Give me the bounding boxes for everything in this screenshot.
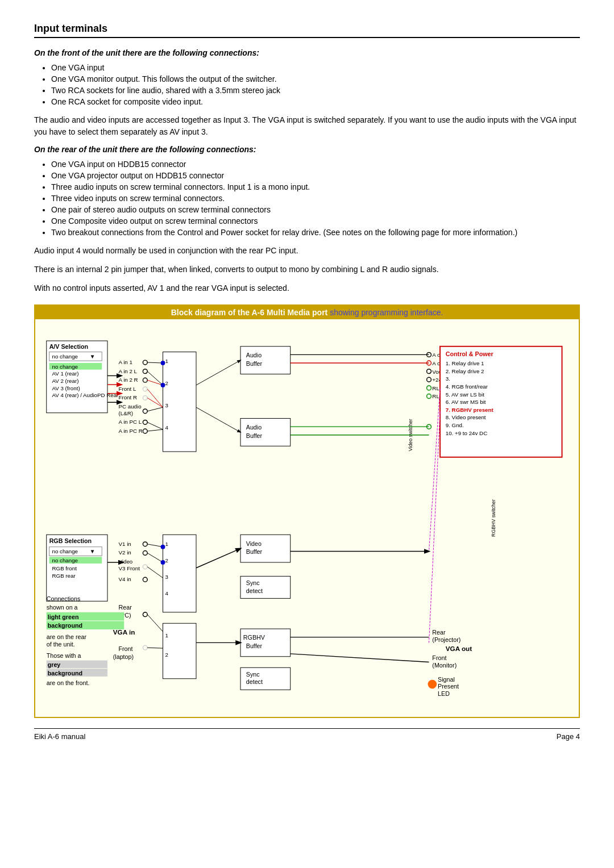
- svg-text:no change: no change: [52, 548, 78, 554]
- svg-text:8. Video present: 8. Video present: [446, 414, 486, 420]
- svg-text:5. AV swr LS bit: 5. AV swr LS bit: [446, 391, 484, 398]
- svg-line-43: [147, 372, 163, 385]
- list-item: One VGA projector output on HDDB15 conne…: [51, 171, 580, 180]
- svg-text:4. RGB front/rear: 4. RGB front/rear: [446, 383, 488, 390]
- svg-text:1: 1: [165, 541, 168, 547]
- svg-point-103: [143, 565, 147, 569]
- svg-point-70: [427, 386, 432, 390]
- svg-text:V1 in: V1 in: [118, 541, 131, 547]
- block-diagram: Block diagram of the A-6 Multi Media por…: [34, 304, 580, 718]
- svg-text:V4 in: V4 in: [118, 576, 131, 582]
- front-paragraph: The audio and video inputs are accessed …: [34, 114, 580, 138]
- svg-text:1: 1: [165, 358, 168, 364]
- svg-text:RGB front: RGB front: [52, 565, 77, 571]
- svg-text:2. Relay drive 2: 2. Relay drive 2: [446, 368, 484, 374]
- svg-line-114: [147, 553, 163, 562]
- svg-point-153: [428, 680, 437, 689]
- footer-right: Page 4: [557, 732, 580, 741]
- svg-text:A/V Selection: A/V Selection: [49, 343, 89, 350]
- svg-text:AV 2 (rear): AV 2 (rear): [52, 378, 79, 384]
- svg-text:shown on a: shown on a: [47, 604, 78, 611]
- svg-line-46: [147, 398, 163, 407]
- svg-line-48: [147, 422, 163, 429]
- svg-text:grey: grey: [48, 661, 61, 668]
- rear-para-2: There is an internal 2 pin jumper that, …: [34, 264, 580, 276]
- svg-point-29: [143, 420, 147, 424]
- svg-text:Audio: Audio: [246, 424, 262, 431]
- svg-line-113: [147, 544, 163, 547]
- svg-line-143: [147, 615, 163, 632]
- svg-text:▼: ▼: [90, 548, 96, 554]
- svg-text:4: 4: [165, 424, 168, 431]
- svg-point-68: [427, 377, 432, 382]
- svg-text:V2 in: V2 in: [118, 549, 131, 556]
- svg-text:Connections: Connections: [47, 595, 81, 602]
- page-footer: Eiki A-6 manual Page 4: [34, 728, 580, 741]
- svg-text:detect: detect: [246, 679, 263, 686]
- svg-text:Audio: Audio: [246, 352, 262, 358]
- svg-line-174: [429, 389, 441, 552]
- svg-text:Front: Front: [118, 645, 132, 652]
- svg-text:Buffer: Buffer: [246, 360, 263, 367]
- front-subtitle: On the front of the unit there are the f…: [34, 48, 580, 57]
- svg-text:light green: light green: [48, 614, 79, 620]
- svg-text:3: 3: [165, 574, 168, 580]
- svg-text:no change: no change: [52, 353, 78, 360]
- svg-line-49: [147, 429, 163, 431]
- svg-text:background: background: [48, 670, 82, 677]
- list-item: One VGA monitor output. This follows the…: [51, 74, 580, 84]
- svg-point-27: [143, 409, 147, 414]
- svg-text:10. +9 to 24v DC: 10. +9 to 24v DC: [446, 430, 487, 436]
- svg-text:(Projector): (Projector): [432, 636, 460, 643]
- svg-line-175: [429, 412, 441, 643]
- diagram-area: A/V Selection no change ▼ no change AV 1…: [41, 325, 573, 711]
- svg-text:are on the front.: are on the front.: [47, 679, 90, 686]
- svg-text:▼: ▼: [90, 353, 96, 360]
- rear-para-3: With no control inputs asserted, AV 1 an…: [34, 282, 580, 294]
- svg-text:Video: Video: [118, 558, 132, 565]
- svg-text:4: 4: [165, 591, 168, 597]
- svg-text:RGBHV switcher: RGBHV switcher: [491, 499, 497, 537]
- svg-point-98: [143, 542, 147, 546]
- svg-line-47: [147, 407, 163, 411]
- svg-point-31: [143, 429, 147, 433]
- svg-text:RGB Selection: RGB Selection: [49, 537, 92, 544]
- diagram-title: Block diagram of the A-6 Multi Media por…: [35, 306, 579, 319]
- list-item: One Composite video output on screw term…: [51, 216, 580, 226]
- svg-point-116: [161, 545, 165, 549]
- svg-text:A in PC R: A in PC R: [118, 428, 142, 434]
- svg-point-24: [143, 396, 147, 400]
- list-item: One VGA input: [51, 63, 580, 72]
- svg-text:7. RGBHV present: 7. RGBHV present: [446, 407, 494, 413]
- svg-point-72: [427, 394, 432, 399]
- svg-text:2: 2: [165, 652, 168, 658]
- svg-text:Buffer: Buffer: [246, 642, 263, 649]
- svg-text:Buffer: Buffer: [246, 548, 263, 555]
- svg-text:(L&R): (L&R): [118, 410, 132, 416]
- svg-text:2: 2: [165, 557, 168, 564]
- svg-point-50: [161, 361, 165, 365]
- svg-text:background: background: [48, 622, 82, 629]
- svg-text:Rear: Rear: [118, 604, 132, 611]
- svg-text:9. Gnd.: 9. Gnd.: [446, 422, 464, 428]
- svg-text:Front: Front: [432, 654, 446, 661]
- svg-text:3: 3: [165, 402, 168, 408]
- svg-line-42: [147, 362, 163, 363]
- svg-point-22: [143, 387, 147, 391]
- svg-text:Those with a: Those with a: [47, 652, 81, 659]
- svg-text:RGBHV: RGBHV: [243, 635, 265, 641]
- svg-line-44: [147, 380, 163, 385]
- svg-line-150: [291, 654, 429, 662]
- rear-list: One VGA input on HDDB15 connector One VG…: [51, 160, 580, 237]
- svg-line-58: [196, 360, 240, 385]
- svg-text:Present: Present: [438, 683, 459, 690]
- svg-text:VGA out: VGA out: [446, 645, 472, 652]
- svg-line-59: [196, 407, 240, 432]
- svg-point-20: [143, 378, 147, 382]
- svg-text:Sync: Sync: [246, 579, 260, 586]
- svg-point-117: [161, 560, 165, 565]
- svg-point-16: [143, 360, 147, 365]
- svg-point-141: [143, 612, 147, 617]
- svg-text:LED: LED: [438, 690, 450, 697]
- svg-text:(laptop): (laptop): [113, 653, 134, 660]
